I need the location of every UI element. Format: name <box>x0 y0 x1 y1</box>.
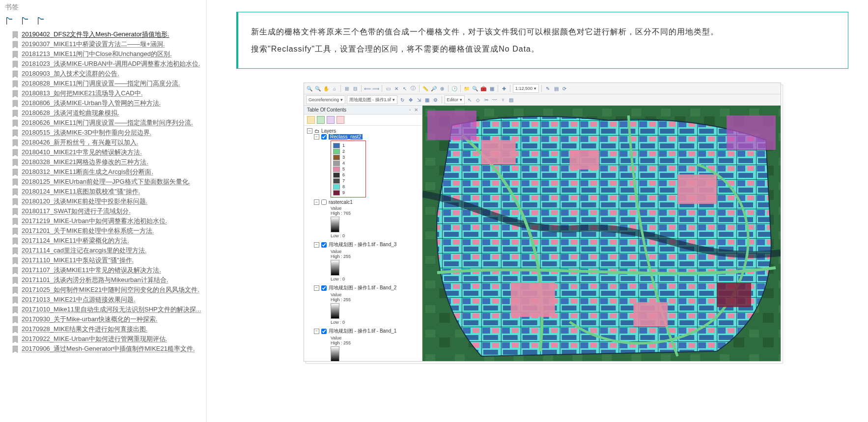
editor-dropdown[interactable]: Editor ▾ <box>445 95 465 104</box>
bookmark-item[interactable]: 20171013_MIKE21中点源链接效果问题. <box>12 295 203 305</box>
bookmark-item[interactable]: 20171101_浅谈内涝分析思路与Mikeurban计算结合. <box>12 275 203 285</box>
bookmark-list[interactable]: 20190402_DFS2文件导入Mesh-Generator插值地形.2019… <box>0 29 206 422</box>
bookmark-flag-icon[interactable] <box>5 17 14 26</box>
find-icon[interactable]: 🔎 <box>430 85 437 92</box>
forward-extent-icon[interactable]: ⟹ <box>372 85 379 92</box>
layer-band[interactable]: −用地规划图 - 操作1.tif - Band_2ValueHigh : 255… <box>314 284 420 325</box>
georef-target-dropdown[interactable]: 用地规划图 - 操作1.tif ▾ <box>347 95 397 104</box>
bookmark-icon <box>12 188 19 196</box>
full-extent-icon[interactable]: ⌂ <box>331 85 338 92</box>
layer-rastercalc[interactable]: −rastercalc1 <box>314 199 420 205</box>
python-icon[interactable]: ▦ <box>488 85 495 92</box>
shift-icon[interactable]: ✥ <box>407 96 414 103</box>
bookmark-item[interactable]: 20180628_浅谈河道蛇曲现象模拟. <box>12 108 203 118</box>
edit-tool-icon[interactable]: ↖ <box>466 96 473 103</box>
bookmark-item[interactable]: 20171114_cad里注记在arcgis里的处理方法. <box>12 246 203 255</box>
bookmark-flag-icon[interactable] <box>36 17 45 26</box>
bookmark-label: 20180124_MIKE11底图加载校准"骚"操作. <box>22 187 203 196</box>
bookmark-item[interactable]: 20180626_MIKE11闸门调度设置——指定流量时间序列分流. <box>12 118 203 128</box>
pointer-icon[interactable]: ↖ <box>401 85 408 92</box>
bookmark-item[interactable]: 20190307_MIKE11中桥梁设置方法二——堰+涵洞. <box>12 39 203 49</box>
legend-row: 9 <box>333 190 363 196</box>
bookmark-item[interactable]: 20171201_关于MIKE前处理中坐标系统一方法. <box>12 226 203 236</box>
toc-view-buttons[interactable] <box>304 114 422 126</box>
split-icon[interactable]: ⑂ <box>500 96 506 103</box>
measure-icon[interactable]: 📏 <box>422 85 429 92</box>
search-icon[interactable]: 🔍 <box>472 85 478 92</box>
bookmark-item[interactable]: 20170928_MIKE结果文件进行如何直接出图. <box>12 324 203 334</box>
bookmark-label: 20180117_SWAT如何进行子流域划分. <box>22 207 203 216</box>
reshape-icon[interactable]: 〰 <box>491 96 498 103</box>
bookmark-item[interactable]: 20170906_通过Mesh-Generator中插值制作MIKE21糙率文件… <box>12 344 203 354</box>
sidebar-title: 书签 <box>0 0 206 15</box>
scale-icon[interactable]: ⇲ <box>416 96 422 103</box>
bookmark-icon <box>12 169 19 176</box>
cut-polygon-icon[interactable]: ✂ <box>483 96 490 103</box>
bookmark-item[interactable]: 20180806_浅谈MIKE-Urban导入管网的三种方法. <box>12 98 203 108</box>
bookmark-item[interactable]: 20171010_Mike11里自动生成河段无法识别SHP文件的解决探... <box>12 305 203 314</box>
bookmark-item[interactable]: 20180120_浅谈MIKE前处理中投影坐标问题. <box>12 197 203 206</box>
bookmark-item[interactable]: 20181213_MIKE11闸门中Close和Unchanged的区别. <box>12 49 203 59</box>
svg-rect-2 <box>38 18 38 25</box>
layer-band[interactable]: −用地规划图 - 操作1.tif - Band_3ValueHigh : 255… <box>314 241 420 281</box>
bookmark-item[interactable]: 20180124_MIKE11底图加载校准"骚"操作. <box>12 187 203 197</box>
refresh-icon[interactable]: ⟳ <box>561 85 568 92</box>
bookmark-label: 20171101_浅谈内涝分析思路与Mikeurban计算结合. <box>22 276 203 284</box>
bookmark-icon <box>12 90 19 98</box>
bookmark-item[interactable]: 20180312_MIKE11断面生成之Arcgis剖分断面. <box>12 167 203 177</box>
list-by-drawing-icon <box>307 116 315 124</box>
bookmark-item[interactable]: 20170930_关于Mike-urban快速概化的一种探索. <box>12 314 203 324</box>
bookmark-flag-icon[interactable] <box>21 17 29 26</box>
add-data-icon[interactable]: ✚ <box>501 85 507 92</box>
identify-icon[interactable]: ⓘ <box>410 85 417 92</box>
select-icon[interactable]: ▭ <box>385 85 392 92</box>
bookmark-item[interactable]: 20171219_MIKE-Urban中如何调整蓄水池初始水位. <box>12 216 203 226</box>
edit-vertices-icon[interactable]: ◇ <box>475 96 481 103</box>
bookmark-item[interactable]: 20180828_MIKE11闸门调度设置——指定闸门高度分流. <box>12 79 203 88</box>
layout-icon[interactable]: ▤ <box>553 85 560 92</box>
fixed-zoom-in-icon[interactable]: ⊞ <box>343 85 350 92</box>
toolbox-icon[interactable]: 🧰 <box>480 85 487 92</box>
bookmark-label: 20180806_浅谈MIKE-Urban导入管网的三种方法. <box>22 99 203 108</box>
bookmark-item[interactable]: 20180125_MIKEUrban前处理—JPG格式下垫面数据矢量化. <box>12 177 203 187</box>
scale-input[interactable]: 1:12,500▾ <box>513 84 539 93</box>
bookmark-item[interactable]: 20181023_浅谈MIKE-URBAN中-调用ADP调整蓄水池初始水位. <box>12 59 203 69</box>
xy-icon[interactable]: ⊕ <box>439 85 446 92</box>
fixed-zoom-out-icon[interactable]: ⊟ <box>352 85 359 92</box>
clear-selection-icon[interactable]: ✕ <box>393 85 400 92</box>
bookmark-item[interactable]: 20171110_MIKE11中泵站设置"骚"操作. <box>12 255 203 265</box>
bookmark-icon <box>12 208 19 216</box>
legend-row: 6 <box>333 172 363 178</box>
bookmark-item[interactable]: 20171124_MIKE11中桥梁概化的方法. <box>12 236 203 246</box>
georeferencing-dropdown[interactable]: Georeferencing ▾ <box>306 95 345 104</box>
bookmark-item[interactable]: 20180515_浅谈MIKE-3D中制作垂向分层边界. <box>12 128 203 138</box>
map-canvas[interactable] <box>422 106 781 361</box>
bookmark-item[interactable]: 20170922_MIKE-Urban中如何进行管网重现期评估. <box>12 334 203 344</box>
back-extent-icon[interactable]: ⟸ <box>364 85 371 92</box>
bookmark-item[interactable]: 20171107_浅谈MKIE11中常见的错误及解决方法. <box>12 265 203 275</box>
bookmark-item[interactable]: 20180117_SWAT如何进行子流域划分. <box>12 206 203 216</box>
pan-icon[interactable]: ✋ <box>323 85 330 92</box>
editor-toolbar-icon[interactable]: ✎ <box>544 85 551 92</box>
bookmark-item[interactable]: 20180426_新开粉丝号，有兴趣可以加入. <box>12 138 203 147</box>
svg-rect-18 <box>427 111 476 140</box>
bookmark-item[interactable]: 20180410_MIKE21中常见的错误解决方法. <box>12 147 203 157</box>
bookmark-item[interactable]: 20180903_加入技术交流群的公告. <box>12 69 203 79</box>
auto-adjust-icon[interactable]: ⚙ <box>432 96 439 103</box>
rotate-icon[interactable]: ↻ <box>399 96 406 103</box>
bookmark-item[interactable]: 20190402_DFS2文件导入Mesh-Generator插值地形. <box>12 29 203 39</box>
time-slider-icon[interactable]: 🕑 <box>451 85 458 92</box>
toc-window-controls[interactable]: ▫ ✕ <box>409 107 419 113</box>
zoom-in-icon[interactable]: 🔍 <box>306 85 313 92</box>
toc-tree[interactable]: −🗀Layers −Reclass_rast2 123456789 −raste… <box>304 126 422 361</box>
attributes-icon[interactable]: ▤ <box>508 96 515 103</box>
catalog-icon[interactable]: 📁 <box>463 85 470 92</box>
bookmark-item[interactable]: 20180813_如何把MIKE21流场导入CAD中. <box>12 88 203 98</box>
bookmark-item[interactable]: 20171025_如何制作MIKE21中随时间空间变化的台风风场文件. <box>12 285 203 295</box>
layer-band[interactable]: −用地规划图 - 操作1.tif - Band_1ValueHigh : 255… <box>314 328 420 361</box>
bookmark-item[interactable]: 20180328_MIKE21网格边界修改的三种方法. <box>12 157 203 167</box>
zoom-out-icon[interactable]: 🔍 <box>314 85 321 92</box>
bookmark-label: 20170930_关于Mike-urban快速概化的一种探索. <box>22 315 203 324</box>
layer-reclass[interactable]: −Reclass_rast2 <box>314 134 420 140</box>
link-table-icon[interactable]: ▦ <box>424 96 431 103</box>
